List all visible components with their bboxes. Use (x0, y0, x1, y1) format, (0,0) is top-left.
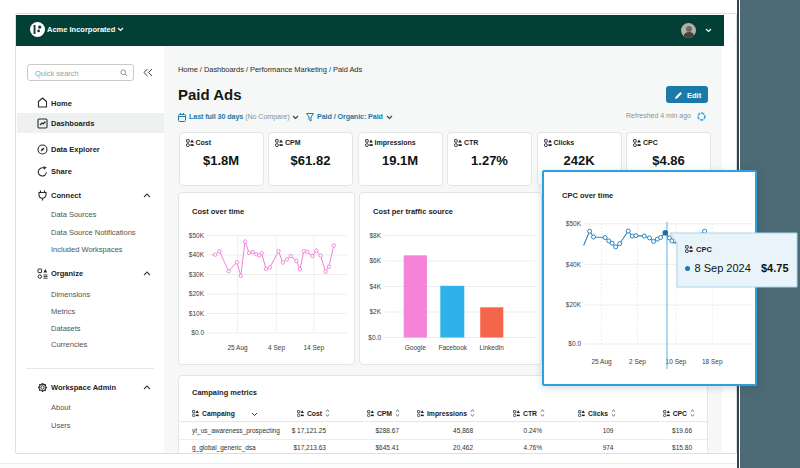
svg-text:25 Aug: 25 Aug (591, 358, 612, 366)
svg-text:25 Aug: 25 Aug (227, 344, 248, 352)
svg-text:$6K: $6K (369, 257, 381, 264)
svg-text:$30K: $30K (189, 271, 205, 278)
svg-text:$4K: $4K (369, 283, 381, 290)
svg-text:$0.0: $0.0 (191, 329, 204, 336)
svg-text:$50K: $50K (189, 232, 205, 239)
svg-text:$10K: $10K (189, 310, 205, 317)
svg-text:LinkedIn: LinkedIn (479, 344, 504, 351)
svg-text:$20K: $20K (189, 290, 205, 297)
svg-text:$0.0: $0.0 (568, 340, 581, 347)
svg-text:$8K: $8K (369, 232, 381, 239)
svg-text:$50K: $50K (566, 220, 582, 227)
svg-text:$20K: $20K (566, 301, 582, 308)
svg-text:14 Sep: 14 Sep (303, 344, 324, 352)
svg-text:$0.0: $0.0 (368, 334, 381, 341)
svg-text:10 Sep: 10 Sep (666, 358, 687, 366)
svg-text:$2K: $2K (369, 308, 381, 315)
svg-text:4 Sep: 4 Sep (268, 344, 285, 352)
svg-text:Facebook: Facebook (439, 344, 468, 351)
svg-text:18 Sep: 18 Sep (702, 358, 723, 366)
svg-text:Google: Google (405, 344, 426, 352)
svg-text:$40K: $40K (189, 251, 205, 258)
svg-text:$40K: $40K (566, 261, 582, 268)
svg-text:2 Sep: 2 Sep (629, 358, 646, 366)
